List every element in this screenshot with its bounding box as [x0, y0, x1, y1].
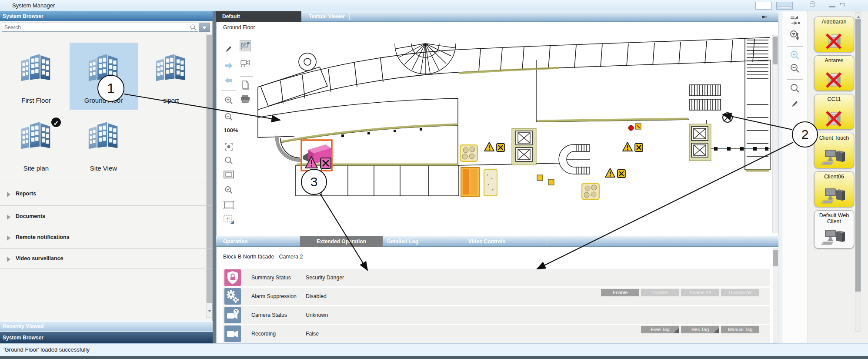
selection-frame-icon[interactable] [223, 199, 234, 211]
client-tile-default-web-client[interactable]: Default Web Client [814, 210, 854, 248]
door-icons[interactable] [461, 168, 554, 196]
elevator-icon [516, 148, 532, 161]
pen-icon[interactable] [789, 97, 801, 109]
sidebar-item-reports[interactable]: Reports [0, 188, 213, 200]
selected-camera-device[interactable] [301, 140, 332, 171]
layout-left-icon[interactable] [755, 2, 772, 10]
tile-first-floor[interactable]: First Floor [6, 97, 67, 104]
bottom-panel-scrollbar-thumb[interactable] [773, 250, 778, 266]
camera-question-icon: ? [224, 307, 241, 323]
sort-descending-icon[interactable] [789, 30, 801, 41]
property-row: Summary Status Security Danger [223, 269, 770, 286]
system-manager-window: System Manager System Browser ✓ First Fl… [0, 0, 868, 359]
callout-2: 2 [792, 121, 818, 148]
tile-site-view[interactable]: Site View [73, 164, 134, 172]
pen-icon[interactable] [223, 43, 234, 54]
recently-viewed-bar[interactable]: Recently Viewed [0, 321, 213, 331]
panel-splitter[interactable] [213, 11, 216, 343]
minimize-icon[interactable] [829, 6, 835, 7]
camera-lens [303, 152, 309, 162]
zoom-selection-icon[interactable] [223, 141, 234, 152]
client-tile-client06[interactable]: Client06 [814, 171, 854, 207]
building-icon[interactable] [17, 50, 55, 82]
clients-scrollbar-thumb[interactable] [855, 19, 861, 292]
tile-site-plan[interactable]: Site plan [6, 164, 67, 172]
svg-text:?: ? [235, 309, 237, 314]
zoom-out-icon[interactable] [223, 111, 234, 123]
table-icon [460, 145, 477, 161]
zoom-in-icon[interactable] [789, 50, 801, 61]
status-bar: 'Ground Floor' loaded successfully [0, 343, 868, 356]
manual-tag-button[interactable]: Manual Tag [721, 326, 759, 333]
fan-stair [395, 44, 456, 74]
floor-plan-scrollbar-thumb[interactable] [773, 37, 778, 64]
disable-button[interactable]: Disable [641, 289, 679, 296]
disable-all-button[interactable]: Disable All [721, 289, 759, 296]
property-label: Summary Status [251, 269, 291, 286]
client-tile-aldebaran[interactable]: Aldebaran [814, 17, 854, 52]
chevron-right-icon [7, 192, 13, 197]
tab-default[interactable]: Default [216, 11, 301, 22]
tab-detailed-log[interactable]: Detailed Log [387, 236, 418, 247]
floor-plan-scrollbar[interactable] [772, 35, 778, 233]
sidebar-item-video-surveillance[interactable]: Video surveillance [0, 253, 213, 265]
view-title: Ground Floor [223, 24, 255, 30]
restore-icon[interactable] [840, 3, 845, 7]
building-icon[interactable] [152, 50, 190, 82]
client-tile-client-touch[interactable]: Client Touch [814, 133, 854, 168]
tab-textual-viewer[interactable]: Textual Viewer [309, 11, 345, 22]
lock-icon[interactable] [810, 3, 815, 7]
tab-operation[interactable]: Operation [223, 236, 248, 247]
elevator-icon [691, 143, 708, 157]
back-arrow-icon[interactable] [223, 75, 234, 86]
search-input[interactable] [2, 23, 198, 32]
free-tag-button[interactable]: Free Tag [641, 326, 679, 333]
property-label: Camera Status [251, 306, 287, 324]
camera-view-icon[interactable] [240, 57, 251, 69]
zoom-in-icon[interactable] [223, 95, 234, 106]
align-grid-icon[interactable] [223, 214, 234, 225]
elevator-icon [691, 127, 708, 141]
search-icon [190, 24, 197, 31]
tile-siport[interactable]: siport [140, 97, 201, 104]
chevron-right-icon [7, 257, 13, 262]
annotation-icon[interactable] [240, 40, 251, 51]
chevron-right-icon [7, 215, 13, 220]
magnifier-icon[interactable] [223, 155, 234, 166]
pin-icon[interactable] [762, 14, 766, 19]
building-icon[interactable] [17, 118, 55, 150]
sidebar-item-documents[interactable]: Documents [0, 211, 213, 223]
floor-plan[interactable] [254, 35, 772, 234]
workstation-icon [821, 147, 847, 166]
rec-tag-button[interactable]: Rec Tag [681, 326, 719, 333]
enable-all-button[interactable]: Enable All [681, 289, 719, 296]
floor-plan-walls [258, 37, 770, 196]
table-icon [582, 183, 599, 200]
system-browser-bottom-bar[interactable]: System Browser [0, 332, 213, 343]
zoom-out-icon[interactable] [789, 63, 801, 74]
zoom-check-icon[interactable] [223, 185, 234, 196]
selected-object-title: Block B North facade - Camera 2 [223, 254, 303, 260]
magnifier-icon[interactable] [789, 83, 801, 94]
forward-arrow-icon[interactable] [223, 60, 234, 71]
document-icon[interactable] [240, 79, 251, 91]
client-tile-antares[interactable]: Antares [814, 55, 854, 91]
u-stair [559, 144, 590, 174]
sidebar-item-remote-notifications[interactable]: Remote notifications [0, 232, 213, 244]
enable-button[interactable]: Enable [601, 289, 639, 296]
tab-extended-operation[interactable]: Extended Operation [300, 236, 383, 247]
client-tile-cc11[interactable]: CC11 [814, 94, 854, 130]
layout-bottom-icon[interactable] [776, 2, 793, 10]
scroll-up-arrow-icon[interactable] [857, 14, 860, 18]
callout-3: 3 [301, 169, 327, 195]
tab-video-controls[interactable]: Video Controls [468, 236, 505, 247]
video-camera-icon [224, 325, 241, 342]
system-browser-header[interactable]: System Browser [0, 11, 213, 21]
scroll-down-arrow-icon[interactable] [208, 310, 211, 314]
viewport-rectangle-icon[interactable] [223, 169, 234, 180]
workstation-icon [821, 227, 847, 246]
building-icon[interactable] [85, 118, 122, 150]
print-icon[interactable] [240, 93, 251, 104]
layout-switch-icon[interactable] [789, 15, 801, 26]
search-dropdown-button[interactable] [199, 23, 210, 32]
